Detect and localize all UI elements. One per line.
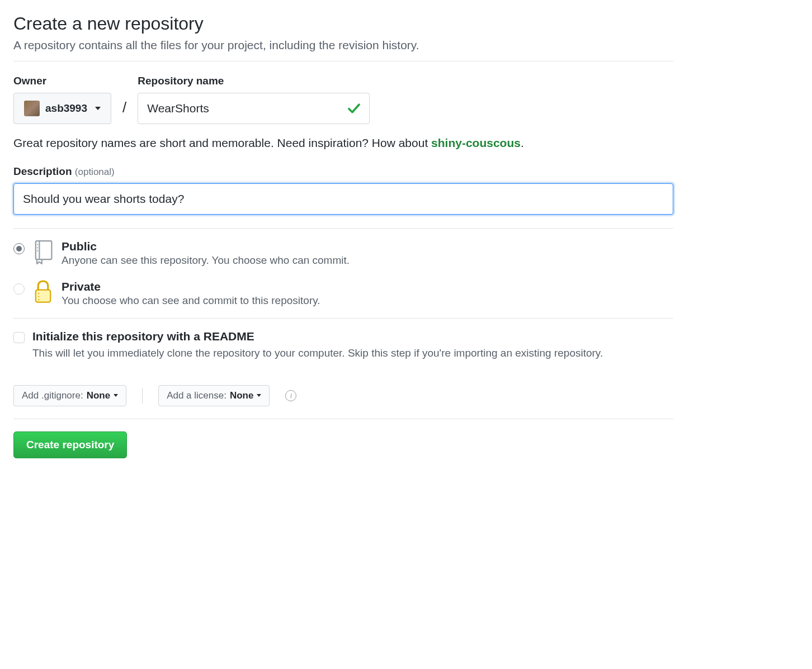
page-subtitle: A repository contains all the files for …	[13, 39, 673, 52]
lock-icon	[32, 280, 54, 305]
chevron-down-icon	[114, 394, 118, 397]
svg-point-4	[37, 250, 38, 252]
svg-point-3	[37, 247, 38, 248]
description-input[interactable]	[13, 183, 673, 215]
svg-point-6	[38, 293, 39, 294]
svg-rect-0	[36, 241, 52, 259]
gitignore-select-button[interactable]: Add .gitignore: None	[13, 385, 126, 406]
chevron-down-icon	[95, 107, 101, 110]
license-value: None	[230, 390, 254, 401]
slash-separator: /	[122, 99, 126, 124]
svg-point-2	[37, 244, 38, 245]
license-select-button[interactable]: Add a license: None	[158, 385, 270, 406]
owner-label: Owner	[13, 75, 111, 87]
svg-point-8	[38, 299, 39, 300]
svg-rect-5	[36, 290, 50, 302]
public-title: Public	[62, 240, 350, 253]
owner-select-button[interactable]: asb3993	[13, 93, 111, 124]
readme-checkbox[interactable]	[13, 332, 25, 343]
license-prefix: Add a license:	[167, 390, 226, 401]
readme-desc: This will let you immediately clone the …	[32, 345, 603, 362]
suggestion-link[interactable]: shiny-couscous	[431, 136, 521, 149]
description-label: Description	[13, 165, 72, 177]
chevron-down-icon	[257, 394, 261, 397]
check-icon	[347, 102, 361, 115]
page-title: Create a new repository	[13, 13, 673, 34]
repo-icon	[32, 240, 54, 264]
info-icon[interactable]: i	[285, 390, 296, 401]
owner-username: asb3993	[45, 102, 87, 115]
create-repository-button[interactable]: Create repository	[13, 431, 127, 458]
description-optional: (optional)	[75, 167, 115, 177]
public-desc: Anyone can see this repository. You choo…	[62, 254, 350, 267]
repo-name-label: Repository name	[138, 75, 370, 87]
public-radio[interactable]	[13, 243, 25, 254]
hint-text: Great repository names are short and mem…	[13, 136, 673, 150]
private-desc: You choose who can see and commit to thi…	[62, 295, 320, 307]
repo-name-input[interactable]	[138, 93, 370, 124]
private-radio[interactable]	[13, 283, 25, 295]
avatar	[24, 101, 40, 116]
readme-title: Initialize this repository with a README	[32, 330, 603, 343]
svg-point-7	[38, 296, 39, 297]
gitignore-value: None	[87, 390, 111, 401]
vertical-separator	[142, 388, 143, 404]
private-title: Private	[62, 280, 320, 293]
gitignore-prefix: Add .gitignore:	[22, 390, 83, 401]
